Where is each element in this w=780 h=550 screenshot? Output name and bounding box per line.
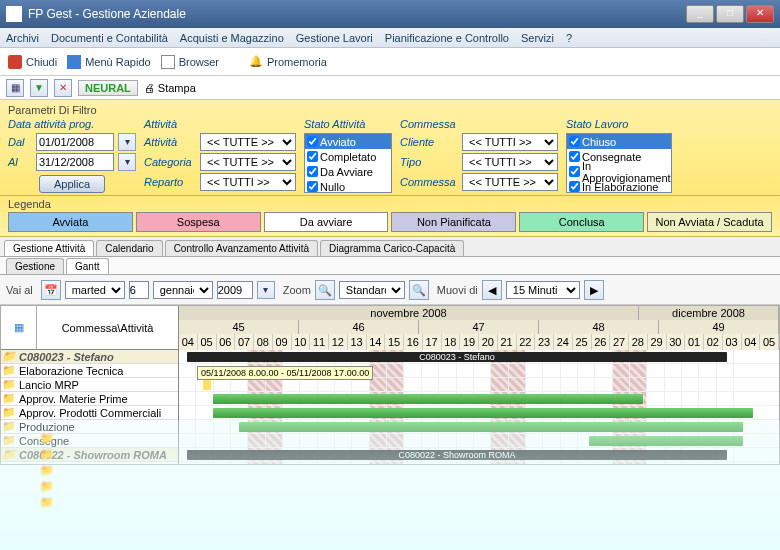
legend-title: Legenda	[8, 198, 772, 210]
day-cell: 01	[685, 334, 704, 350]
gantt-bar[interactable]: C080022 - Showroom ROMA	[187, 450, 727, 460]
stato-item-daavviare[interactable]: Da Avviare	[305, 164, 391, 179]
stato-item-nullo[interactable]: Nullo	[305, 179, 391, 193]
muovidi-label: Muovi di	[437, 284, 478, 296]
maximize-button[interactable]: □	[716, 5, 744, 23]
gantt-right-pane[interactable]: novembre 2008dicembre 2008 4546474849 04…	[179, 306, 779, 464]
stato-check[interactable]	[307, 151, 318, 162]
neural-button[interactable]: NEURAL	[78, 80, 138, 96]
gantt-row[interactable]: 📁Approv. Prodotti Commerciali	[1, 406, 178, 420]
year-input[interactable]	[217, 281, 253, 299]
move-right-button[interactable]: ▶	[584, 280, 604, 300]
menu-rapido-button[interactable]: Menù Rapido	[67, 55, 150, 69]
gantt-bar[interactable]	[213, 408, 753, 418]
calendar-icon-button[interactable]: 📅	[41, 280, 61, 300]
funnel-icon-button[interactable]: ▼	[30, 79, 48, 97]
promemoria-button[interactable]: 🔔Promemoria	[249, 55, 327, 69]
attivita-select[interactable]: << TUTTE >>	[200, 133, 296, 151]
reparto-select[interactable]: << TUTTI >>	[200, 173, 296, 191]
subtab-gantt[interactable]: Gantt	[66, 258, 108, 274]
sl-item-approv[interactable]: In Approvigionamento	[567, 164, 671, 179]
stato-check[interactable]	[307, 166, 318, 177]
date-dropdown[interactable]: ▾	[257, 281, 275, 299]
folder-icon: 📁	[1, 434, 17, 447]
day-select[interactable]: martedì	[65, 281, 125, 299]
gantt-tooltip: 05/11/2008 8.00.00 - 05/11/2008 17.00.00	[197, 366, 373, 380]
al-input[interactable]	[36, 153, 114, 171]
menu-pianificazione[interactable]: Pianificazione e Controllo	[385, 32, 509, 44]
minimize-button[interactable]: _	[686, 5, 714, 23]
day-cell: 02	[704, 334, 723, 350]
chiudi-button[interactable]: Chiudi	[8, 55, 57, 69]
stato-listbox[interactable]: Avviato Completato Da Avviare Nullo	[304, 133, 392, 193]
close-button[interactable]: ✕	[746, 5, 774, 23]
tab-controllo[interactable]: Controllo Avanzamento Attività	[165, 240, 318, 256]
applica-button[interactable]: Applica	[39, 175, 105, 193]
move-left-button[interactable]: ◀	[482, 280, 502, 300]
commessa-select[interactable]: << TUTTE >>	[462, 173, 558, 191]
gantt-row[interactable]: 📁Produzione	[1, 420, 178, 434]
sl-check[interactable]	[569, 136, 580, 147]
menu-lavori[interactable]: Gestione Lavori	[296, 32, 373, 44]
grid-icon-button[interactable]: ▦	[6, 79, 24, 97]
categoria-select[interactable]: << TUTTE >>	[200, 153, 296, 171]
browser-button[interactable]: Browser	[161, 55, 219, 69]
gantt-bar[interactable]: C080023 - Stefano	[187, 352, 727, 362]
zoom-in-button[interactable]: 🔍	[409, 280, 429, 300]
stato-check[interactable]	[307, 181, 318, 192]
zoom-select[interactable]: Standard	[339, 281, 405, 299]
gantt-row[interactable]: 📁Consegne	[1, 434, 178, 448]
menu-acquisti[interactable]: Acquisti e Magazzino	[180, 32, 284, 44]
legend-conclusa: Conclusa	[519, 212, 644, 232]
tipo-select[interactable]: << TUTTI >>	[462, 153, 558, 171]
sl-item-chiuso[interactable]: Chiuso	[567, 134, 671, 149]
menu-archivi[interactable]: Archivi	[6, 32, 39, 44]
sl-check[interactable]	[569, 181, 580, 192]
tab-calendario[interactable]: Calendario	[96, 240, 162, 256]
stato-header: Stato Attività	[304, 118, 392, 130]
daynum-input[interactable]	[129, 281, 149, 299]
gantt-row[interactable]: 📁Elaborazione Tecnica	[1, 364, 178, 378]
commessa-header: Commessa	[400, 118, 558, 130]
gantt-row[interactable]: 📁C080023 - Stefano	[1, 350, 178, 364]
cliente-select[interactable]: << TUTTI >>	[462, 133, 558, 151]
sl-check[interactable]	[569, 151, 580, 162]
week-cell: 46	[299, 320, 419, 334]
stampa-button[interactable]: 🖨Stampa	[144, 82, 196, 94]
day-cell: 12	[329, 334, 348, 350]
sl-item-elab[interactable]: In Elaborazione	[567, 179, 671, 193]
menu-documenti[interactable]: Documenti e Contabilità	[51, 32, 168, 44]
promemoria-label: Promemoria	[267, 56, 327, 68]
menu-servizi[interactable]: Servizi	[521, 32, 554, 44]
gantt-grid[interactable]: C080023 - StefanoC080022 - Showroom ROMA…	[179, 350, 779, 464]
sl-check[interactable]	[569, 166, 580, 177]
al-dropdown[interactable]: ▾	[118, 153, 136, 171]
gantt-bar[interactable]	[589, 436, 743, 446]
tab-gestione-attivita[interactable]: Gestione Attività	[4, 240, 94, 256]
gantt-bar[interactable]	[239, 422, 743, 432]
legend-panel: Legenda AvviataSospesaDa avviareNon Pian…	[0, 196, 780, 237]
month-select[interactable]: gennaio	[153, 281, 213, 299]
stato-check[interactable]	[307, 136, 318, 147]
gantt-row[interactable]: 📁Lancio MRP	[1, 378, 178, 392]
gantt-row[interactable]: 📁C080022 - Showroom ROMA	[1, 448, 178, 462]
month-nov: novembre 2008	[179, 306, 639, 320]
dal-input[interactable]	[36, 133, 114, 151]
dal-dropdown[interactable]: ▾	[118, 133, 136, 151]
gantt-row[interactable]: 📁Approv. Materie Prime	[1, 392, 178, 406]
tab-diagramma[interactable]: Diagramma Carico-Capacità	[320, 240, 464, 256]
gantt-bar[interactable]	[203, 380, 211, 390]
stato-item-avviato[interactable]: Avviato	[305, 134, 391, 149]
subtab-gestione[interactable]: Gestione	[6, 258, 64, 274]
tree-icon[interactable]: ▦	[1, 306, 37, 349]
folder-icon: 📁	[1, 448, 17, 461]
clear-filter-button[interactable]: ✕	[54, 79, 72, 97]
statolavoro-listbox[interactable]: Chiuso Consegnate In Approvigionamento I…	[566, 133, 672, 193]
vaial-label: Vai al	[6, 284, 33, 296]
zoom-out-button[interactable]: 🔍	[315, 280, 335, 300]
gantt-bar[interactable]	[213, 394, 643, 404]
stato-item-completato[interactable]: Completato	[305, 149, 391, 164]
menu-help[interactable]: ?	[566, 32, 572, 44]
legend-nonavviatascaduta: Non Avviata / Scaduta	[647, 212, 772, 232]
muovi-select[interactable]: 15 Minuti	[506, 281, 580, 299]
